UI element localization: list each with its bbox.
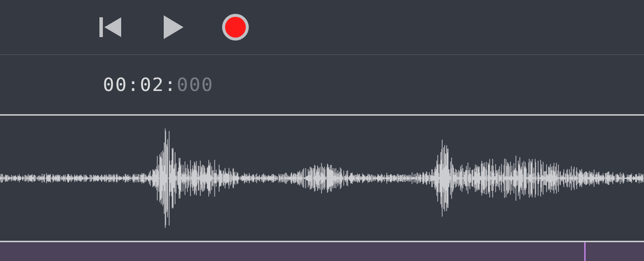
svg-marker-2 (164, 15, 184, 39)
record-icon (221, 13, 250, 42)
time-display-row: 00:02:000 (0, 55, 644, 116)
play-icon (159, 13, 186, 41)
time-main: 00:02: (103, 74, 177, 95)
skip-back-icon (96, 13, 124, 41)
record-button[interactable] (221, 13, 250, 42)
svg-rect-0 (99, 17, 103, 37)
play-button[interactable] (159, 13, 186, 41)
time-ms: 000 (177, 74, 214, 95)
svg-marker-1 (104, 17, 121, 37)
transport-toolbar (0, 0, 644, 55)
skip-back-button[interactable] (96, 13, 124, 41)
waveform-area[interactable] (0, 116, 644, 242)
waveform (0, 116, 644, 241)
svg-point-4 (225, 17, 246, 38)
playhead[interactable] (584, 242, 586, 261)
timeline-overview[interactable] (0, 242, 644, 261)
time-display: 00:02:000 (103, 74, 214, 95)
